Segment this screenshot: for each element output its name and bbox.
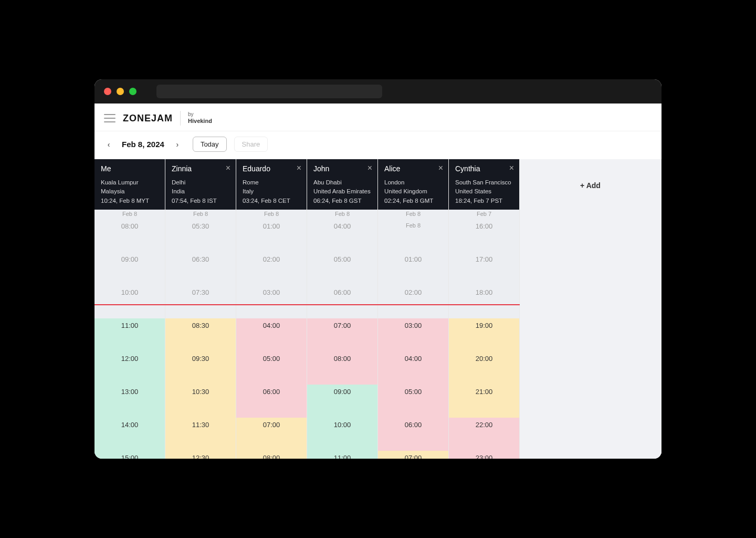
close-icon[interactable]: × xyxy=(226,163,230,173)
time-slot[interactable]: 08:00 xyxy=(236,451,307,459)
close-icon[interactable]: × xyxy=(297,163,301,173)
close-icon[interactable]: × xyxy=(438,163,443,173)
time-slot[interactable]: 06:00 xyxy=(378,418,448,451)
time-slot[interactable]: 08:00 xyxy=(307,351,377,385)
time-slot[interactable]: Feb 8 xyxy=(378,219,448,252)
timestamp-label: 10:24, Feb 8 MYT xyxy=(101,196,159,205)
timezone-column: MeKuala LumpurMalaysia10:24, Feb 8 MYTFe… xyxy=(94,159,165,459)
time-slot[interactable]: 23:00 xyxy=(449,451,519,459)
city-label: Abu Dhabi xyxy=(313,178,371,187)
time-slot[interactable]: 11:00 xyxy=(94,318,165,351)
timezone-grid: MeKuala LumpurMalaysia10:24, Feb 8 MYTFe… xyxy=(94,159,662,459)
now-indicator xyxy=(94,304,520,305)
city-label: London xyxy=(384,178,442,187)
slots-container: Feb 804:0005:0006:0007:0008:0009:0010:00… xyxy=(307,210,377,459)
today-button[interactable]: Today xyxy=(193,137,227,152)
time-slot[interactable]: 08:00 xyxy=(94,219,165,252)
time-slot[interactable]: 04:00 xyxy=(307,219,377,252)
day-label: Feb 7 xyxy=(449,210,519,219)
address-bar[interactable] xyxy=(156,85,382,98)
time-slot[interactable]: 03:00 xyxy=(236,285,307,318)
time-slot[interactable]: 10:00 xyxy=(94,285,165,318)
time-slot[interactable]: 10:00 xyxy=(307,418,377,451)
time-slot[interactable]: 12:00 xyxy=(94,351,165,385)
time-slot[interactable]: 05:00 xyxy=(307,252,377,285)
time-slot[interactable]: 01:00 xyxy=(236,219,307,252)
add-button[interactable]: + Add xyxy=(580,181,601,190)
byline: by Hivekind xyxy=(188,111,212,125)
time-slot[interactable]: 14:00 xyxy=(94,418,165,451)
country-label: India xyxy=(172,187,229,196)
country-label: Italy xyxy=(243,187,300,196)
maximize-window-icon[interactable] xyxy=(129,88,136,95)
time-slot[interactable]: 12:30 xyxy=(165,451,236,459)
time-slot[interactable]: 06:00 xyxy=(236,385,307,418)
slots-container: Feb 805:3006:3007:3008:3009:3010:3011:30… xyxy=(165,210,236,459)
next-day-button[interactable]: › xyxy=(173,140,182,149)
time-slot[interactable]: 11:30 xyxy=(165,418,236,451)
time-slot[interactable]: 07:30 xyxy=(165,285,236,318)
time-slot[interactable]: 02:00 xyxy=(236,252,307,285)
time-slot[interactable]: 09:30 xyxy=(165,351,236,385)
timezone-column: CynthiaSouth San FranciscoUnited States1… xyxy=(449,159,520,459)
city-label: Delhi xyxy=(172,178,229,187)
time-slot[interactable]: 16:00 xyxy=(449,219,519,252)
column-header: EduardoRomeItaly03:24, Feb 8 CET× xyxy=(236,159,307,210)
time-slot[interactable]: 13:00 xyxy=(94,385,165,418)
country-label: Malaysia xyxy=(101,187,159,196)
traffic-lights xyxy=(104,88,136,95)
slots-container: Feb 8Feb 801:0002:0003:0004:0005:0006:00… xyxy=(378,210,448,459)
close-icon[interactable]: × xyxy=(368,163,372,173)
timestamp-label: 03:24, Feb 8 CET xyxy=(243,196,300,205)
day-label: Feb 8 xyxy=(236,210,307,219)
menu-icon[interactable] xyxy=(104,114,116,122)
timestamp-label: 07:54, Feb 8 IST xyxy=(172,196,229,205)
time-slot[interactable]: 22:00 xyxy=(449,418,519,451)
time-slot[interactable]: 19:00 xyxy=(449,318,519,351)
country-label: United Kingdom xyxy=(384,187,442,196)
city-label: South San Francisco xyxy=(455,178,513,187)
day-label: Feb 8 xyxy=(307,210,377,219)
timezone-column: AliceLondonUnited Kingdom02:24, Feb 8 GM… xyxy=(378,159,449,459)
time-slot[interactable]: 10:30 xyxy=(165,385,236,418)
share-button[interactable]: Share xyxy=(234,137,268,152)
city-label: Rome xyxy=(243,178,300,187)
time-slot[interactable]: 20:00 xyxy=(449,351,519,385)
toolbar: ‹ Feb 8, 2024 › Today Share xyxy=(94,131,662,159)
minimize-window-icon[interactable] xyxy=(117,88,124,95)
time-slot[interactable]: 07:00 xyxy=(307,318,377,351)
person-name: John xyxy=(313,164,371,173)
day-label: Feb 8 xyxy=(378,210,448,219)
time-slot[interactable]: 01:00 xyxy=(378,252,448,285)
time-slot[interactable]: 03:00 xyxy=(378,318,448,351)
person-name: Alice xyxy=(384,164,442,173)
timezone-column: JohnAbu DhabiUnited Arab Emirates06:24, … xyxy=(307,159,378,459)
close-icon[interactable]: × xyxy=(509,163,514,173)
time-slot[interactable]: 09:00 xyxy=(94,252,165,285)
window-chrome xyxy=(94,79,662,104)
time-slot[interactable]: 15:00 xyxy=(94,451,165,459)
person-name: Eduardo xyxy=(243,164,300,173)
time-slot[interactable]: 07:00 xyxy=(236,418,307,451)
time-slot[interactable]: 17:00 xyxy=(449,252,519,285)
time-slot[interactable]: 02:00 xyxy=(378,285,448,318)
time-slot[interactable]: 06:30 xyxy=(165,252,236,285)
time-slot[interactable]: 06:00 xyxy=(307,285,377,318)
time-slot[interactable]: 04:00 xyxy=(236,318,307,351)
time-slot[interactable]: 18:00 xyxy=(449,285,519,318)
time-slot[interactable]: 09:00 xyxy=(307,385,377,418)
close-window-icon[interactable] xyxy=(104,88,111,95)
time-slot[interactable]: 05:30 xyxy=(165,219,236,252)
timestamp-label: 02:24, Feb 8 GMT xyxy=(384,196,442,205)
time-slot[interactable]: 04:00 xyxy=(378,351,448,385)
add-column: + Add xyxy=(520,159,662,459)
prev-day-button[interactable]: ‹ xyxy=(104,140,113,149)
time-slot[interactable]: 05:00 xyxy=(236,351,307,385)
column-header: CynthiaSouth San FranciscoUnited States1… xyxy=(449,159,519,210)
time-slot[interactable]: 08:30 xyxy=(165,318,236,351)
timezone-column: EduardoRomeItaly03:24, Feb 8 CET×Feb 801… xyxy=(236,159,307,459)
time-slot[interactable]: 05:00 xyxy=(378,385,448,418)
time-slot[interactable]: 21:00 xyxy=(449,385,519,418)
time-slot[interactable]: 11:00 xyxy=(307,451,377,459)
time-slot[interactable]: 07:00 xyxy=(378,451,448,459)
